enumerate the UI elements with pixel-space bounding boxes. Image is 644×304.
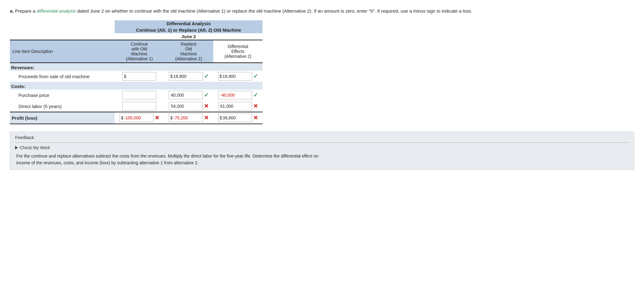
profit-col2-cell: $ -75,200 ✕ [164,112,213,124]
purchase-row: Purchase price 40,000 ✓ [10,90,263,101]
profit-label: Profit (loss) [10,112,115,124]
revenues-label: Revenues: [10,63,263,71]
profit-col3-cell: $ 39,800 ✕ [213,112,263,124]
costs-section-row: Costs: [10,82,263,90]
direct-col1-input[interactable] [122,102,156,110]
feedback-section: Feedback Check My Work For the continue … [10,132,634,170]
purchase-col2-input[interactable]: 40,000 [169,91,203,99]
title-row-1: Differential Analysis [10,20,263,27]
direct-col3-input[interactable]: 61,000 [218,102,252,110]
feedback-body: For the continue and replace alternative… [15,153,629,166]
profit-col3-x-icon: ✕ [253,114,258,121]
profit-col1-cell: $ -105,000 ✕ [115,112,164,124]
proceeds-col1-input[interactable]: $ [122,72,156,81]
purchase-col1-cell [115,90,164,101]
check-my-work-label: Check My Work [20,145,50,150]
proceeds-col3-cell: $ 18,800 ✓ [213,71,263,82]
direct-col3-x-icon: ✕ [253,103,258,110]
purchase-col3-input[interactable]: -40,000 [218,91,252,99]
direct-col2-x-icon: ✕ [204,103,209,110]
feedback-body-line2: income of the revenues, costs, and incom… [16,160,198,165]
check-arrow-icon [15,146,18,150]
analysis-table: Differential Analysis Continue (Alt. 1) … [10,20,263,124]
check-my-work-toggle[interactable]: Check My Work [15,145,629,150]
purchase-col2-check-icon: ✓ [204,92,209,98]
feedback-label: Feedback [15,135,629,140]
profit-col1-input[interactable]: $ -105,000 [120,114,153,122]
purchase-col3-cell: -40,000 ✓ [213,90,263,101]
title-row-3: June 2 [10,33,263,40]
proceeds-col3-input[interactable]: $ 18,800 [218,72,252,81]
proceeds-col1-cell: $ [115,71,164,82]
profit-row: Profit (loss) $ -105,000 ✕ $ -75, [10,112,263,124]
feedback-body-line1: For the continue and replace alternative… [16,154,318,158]
direct-col3-cell: 61,000 ✕ [213,101,263,112]
differential-analysis-link: differential analysis [37,8,76,14]
proceeds-col2-check-icon: ✓ [204,73,209,80]
intro-paragraph: a. Prepare a differential analysis dated… [10,7,634,15]
direct-label: Direct labor (5 years) [10,101,115,112]
purchase-label: Purchase price [10,90,115,101]
direct-labor-row: Direct labor (5 years) 54,000 ✕ [10,101,263,112]
title-row-2: Continue (Alt. 1) or Replace (Alt. 2) Ol… [10,27,263,33]
profit-col2-x-icon: ✕ [204,114,209,121]
purchase-col1-input[interactable] [122,91,156,99]
table-wrapper: Differential Analysis Continue (Alt. 1) … [10,20,634,124]
col-header-differential: Differential Effects (Alternative 2) [213,40,263,63]
table-title-2: Continue (Alt. 1) or Replace (Alt. 2) Ol… [115,27,263,33]
table-title-1: Differential Analysis [115,20,263,27]
direct-col2-input[interactable]: 54,000 [169,102,203,110]
col-header-continue: Continue with Old Machine (Alternative 1… [115,40,164,63]
intro-text-before-link: Prepare a [15,8,37,14]
purchase-col3-check-icon: ✓ [253,92,258,98]
direct-col2-cell: 54,000 ✕ [164,101,213,112]
profit-col1-x-icon: ✕ [155,114,159,121]
proceeds-col2-cell: $ 18,800 ✓ [164,71,213,82]
col-header-description: Line Item Description [10,40,115,63]
direct-col1-cell [115,101,164,112]
proceeds-row: Proceeds from sale of old machine $ $ 18… [10,71,263,82]
feedback-divider [15,142,629,143]
costs-label: Costs: [10,82,263,90]
col-header-replace: Replace Old Machine (Alternative 2) [164,40,213,63]
table-title-3: June 2 [115,33,263,40]
profit-col3-input[interactable]: $ 39,800 [218,114,252,122]
revenues-section-row: Revenues: [10,63,263,71]
intro-text-after-link: dated June 2 on whether to continue with… [76,8,472,14]
proceeds-label: Proceeds from sale of old machine [10,71,115,82]
purchase-col2-cell: 40,000 ✓ [164,90,213,101]
profit-col2-input[interactable]: $ -75,200 [169,114,203,122]
part-label: a. [10,8,14,14]
header-row: Line Item Description Continue with Old … [10,40,263,63]
proceeds-col2-input[interactable]: $ 18,800 [169,72,203,81]
proceeds-col3-check-icon: ✓ [253,73,258,80]
